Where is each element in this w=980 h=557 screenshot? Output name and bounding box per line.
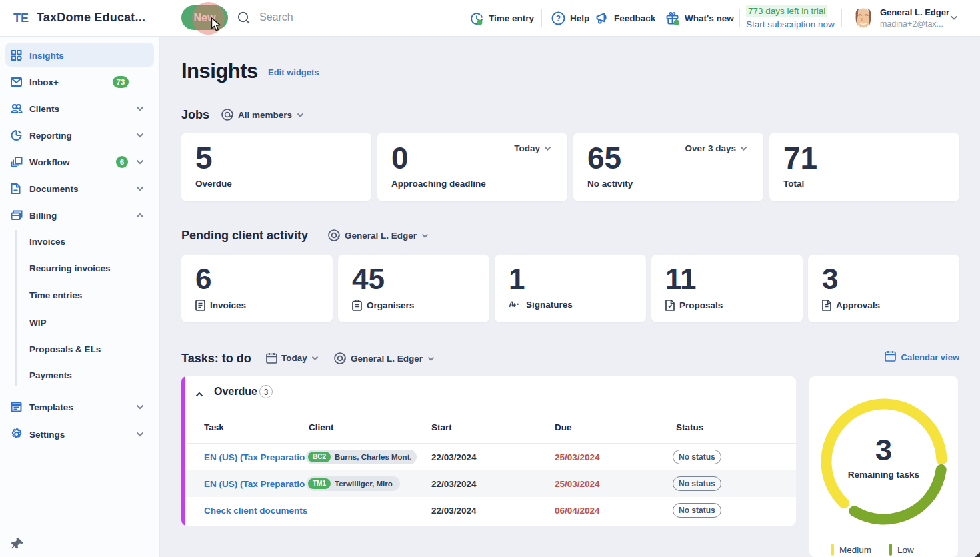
svg-text:?: ? [556,14,561,23]
